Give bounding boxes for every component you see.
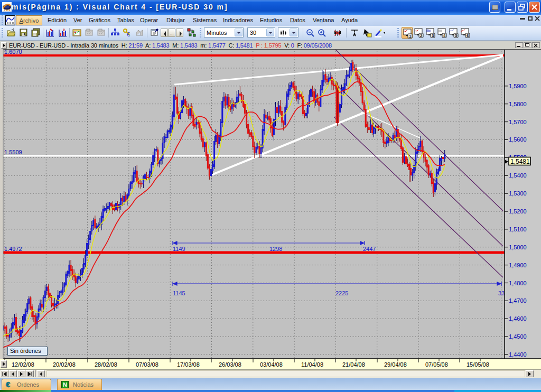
svg-text:1,5600: 1,5600 (509, 136, 527, 143)
svg-text:1: 1 (409, 34, 412, 39)
svg-text:4: 4 (443, 33, 446, 38)
svg-text:1,5000: 1,5000 (509, 244, 527, 250)
svg-text:1,5400: 1,5400 (509, 172, 527, 179)
svg-text:1,4500: 1,4500 (509, 333, 527, 340)
svg-text:1,4600: 1,4600 (509, 315, 527, 322)
svg-text:1298: 1298 (269, 246, 282, 252)
svg-text:1.6070: 1.6070 (4, 49, 22, 55)
svg-text:1.5509: 1.5509 (4, 149, 22, 155)
svg-text:1,5900: 1,5900 (509, 83, 527, 89)
svg-text:1,4400: 1,4400 (509, 351, 527, 358)
svg-text:1,5300: 1,5300 (509, 190, 527, 197)
svg-text:1,5481: 1,5481 (510, 158, 530, 165)
svg-text:2: 2 (420, 33, 423, 38)
svg-text:1,4800: 1,4800 (509, 280, 527, 286)
svg-text:1149: 1149 (173, 246, 185, 252)
svg-text:1,4700: 1,4700 (509, 297, 527, 304)
svg-text:1,5100: 1,5100 (509, 226, 527, 232)
svg-text:1,5800: 1,5800 (509, 101, 527, 107)
svg-text:€: € (127, 31, 130, 38)
svg-text:33: 33 (498, 290, 505, 296)
svg-text:2225: 2225 (335, 290, 348, 296)
svg-text:1.4972: 1.4972 (4, 246, 22, 252)
svg-text:1145: 1145 (173, 290, 185, 296)
svg-text:1,4900: 1,4900 (509, 262, 527, 268)
svg-text:2447: 2447 (363, 246, 376, 252)
svg-text:1,5200: 1,5200 (509, 208, 527, 214)
svg-text:3: 3 (432, 33, 434, 38)
svg-text:5: 5 (455, 33, 458, 38)
svg-text:6: 6 (467, 33, 469, 38)
svg-text:1,5700: 1,5700 (509, 119, 527, 125)
svg-text:€: € (6, 380, 11, 389)
